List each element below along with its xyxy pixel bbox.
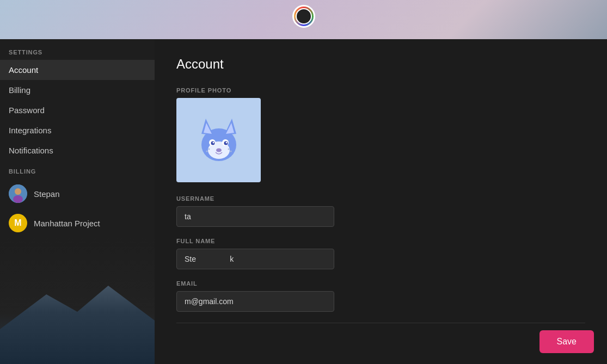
svg-point-2: [13, 195, 23, 203]
sidebar-item-password[interactable]: Password: [0, 100, 155, 120]
profile-photo-box[interactable]: [176, 98, 261, 182]
save-button[interactable]: Save: [539, 330, 594, 353]
fullname-input[interactable]: [176, 249, 334, 269]
username-input[interactable]: [176, 206, 334, 227]
stepan-avatar-svg: [9, 184, 27, 203]
sidebar-item-billing[interactable]: Billing: [0, 80, 155, 100]
sidebar: SETTINGS Account Billing Password Integr…: [0, 39, 155, 364]
avatar-manhattan: M: [9, 214, 27, 232]
email-group: EMAIL: [176, 280, 585, 312]
email-label: EMAIL: [176, 280, 585, 287]
profile-photo-group: PROFILE PHOTO: [176, 87, 585, 182]
svg-point-1: [15, 188, 21, 195]
avatar-stepan: [9, 184, 27, 203]
svg-point-17: [208, 148, 210, 150]
svg-point-19: [228, 148, 229, 150]
content-divider: [176, 323, 585, 323]
mountain-bg: [0, 277, 155, 364]
svg-point-18: [206, 150, 207, 152]
email-input[interactable]: [176, 291, 334, 312]
billing-item-stepan[interactable]: Stepan: [0, 179, 155, 208]
profile-photo-label: PROFILE PHOTO: [176, 87, 585, 94]
sidebar-item-notifications[interactable]: Notifications: [0, 140, 155, 161]
username-label: USERNAME: [176, 195, 585, 202]
svg-point-15: [225, 141, 227, 143]
sidebar-item-account[interactable]: Account: [0, 60, 155, 80]
svg-point-20: [230, 150, 231, 152]
fox-avatar-svg: [186, 108, 252, 173]
content-area: Account PROFILE PHOTO: [155, 39, 607, 364]
app-logo: [292, 5, 315, 28]
billing-item-manhattan[interactable]: M Manhattan Project: [0, 208, 155, 238]
logo-inner: [296, 8, 312, 24]
sidebar-bottom-bg: [0, 238, 155, 364]
settings-section-label: SETTINGS: [0, 39, 155, 60]
main-layout: SETTINGS Account Billing Password Integr…: [0, 39, 607, 364]
fullname-group: FULL NAME: [176, 238, 585, 269]
username-group: USERNAME: [176, 195, 585, 227]
topbar: [0, 0, 607, 33]
sidebar-item-integrations[interactable]: Integrations: [0, 120, 155, 140]
svg-point-14: [212, 141, 214, 143]
billing-section-label: BILLING: [0, 161, 155, 179]
page-title: Account: [176, 57, 585, 72]
svg-point-16: [216, 148, 222, 152]
fullname-label: FULL NAME: [176, 238, 585, 244]
